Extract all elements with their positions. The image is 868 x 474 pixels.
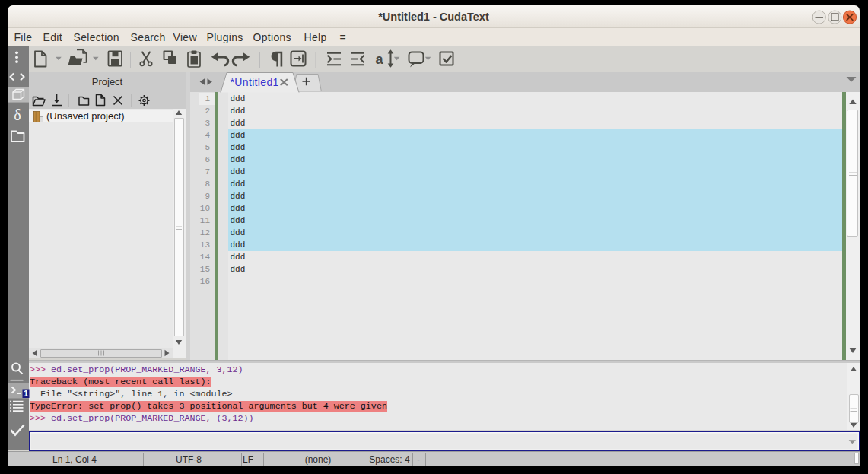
svg-text:δ: δ — [14, 107, 21, 123]
svg-text:a: a — [375, 52, 383, 67]
svg-text:1: 1 — [24, 389, 28, 398]
